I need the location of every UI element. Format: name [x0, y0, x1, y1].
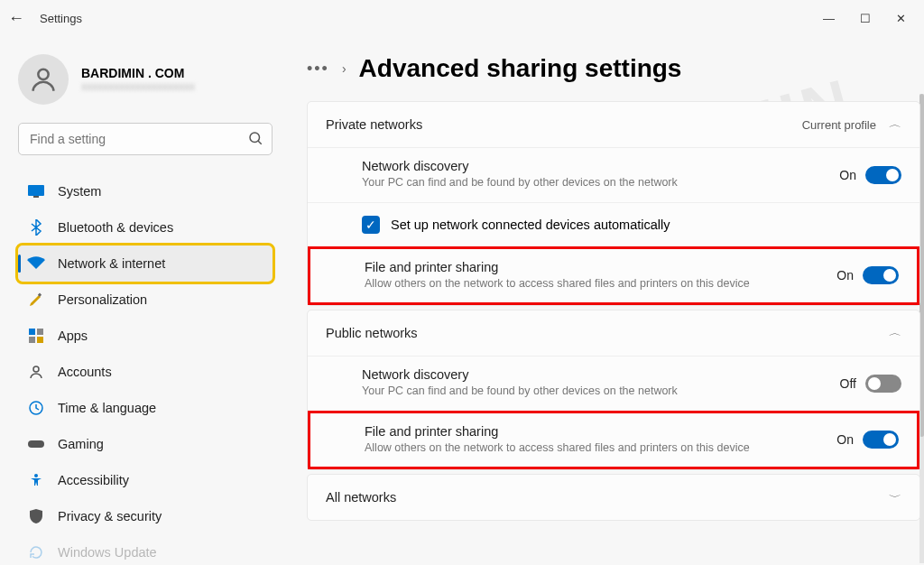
sidebar-item-label: Personalization: [58, 292, 147, 307]
svg-point-10: [33, 366, 39, 372]
monitor-icon: [27, 182, 45, 200]
page-title: Advanced sharing settings: [359, 54, 682, 83]
row-auto-setup: ✓ Set up network connected devices autom…: [308, 202, 919, 246]
chevron-up-icon: ︿: [889, 328, 901, 339]
window-title: Settings: [40, 12, 82, 25]
svg-point-13: [34, 474, 38, 477]
toggle-file-sharing-public[interactable]: [863, 431, 899, 449]
search-input[interactable]: [18, 123, 273, 155]
sidebar-item-label: Gaming: [58, 437, 104, 451]
svg-rect-9: [37, 337, 43, 343]
sidebar-item-label: Accessibility: [58, 473, 129, 487]
checkbox-label: Set up network connected devices automat…: [391, 218, 670, 232]
brush-icon: [27, 291, 45, 309]
nav-list: System Bluetooth & devices Network & int…: [18, 173, 273, 565]
svg-rect-3: [28, 185, 44, 196]
setting-title: Network discovery: [362, 159, 767, 173]
minimize-button[interactable]: —: [823, 12, 835, 25]
setting-title: Network discovery: [362, 367, 768, 382]
sidebar-item-label: Apps: [58, 329, 88, 343]
setting-desc: Your PC can find and be found by other d…: [362, 175, 767, 191]
sidebar-item-bluetooth[interactable]: Bluetooth & devices: [18, 209, 273, 245]
sidebar-item-label: System: [58, 184, 101, 199]
row-file-sharing-public: File and printer sharing Allow others on…: [308, 411, 919, 470]
setting-desc: Allow others on the network to access sh…: [365, 440, 764, 457]
titlebar: ← Settings — ☐ ✕: [0, 0, 924, 36]
apps-icon: [27, 327, 45, 345]
row-network-discovery-public: Network discovery Your PC can find and b…: [308, 356, 919, 411]
sidebar-item-update[interactable]: Windows Update: [18, 534, 273, 565]
section-title: Public networks: [326, 326, 418, 340]
accessibility-icon: [27, 471, 45, 489]
refresh-icon: [27, 543, 45, 561]
sidebar-item-label: Bluetooth & devices: [58, 220, 173, 235]
main-content: BARDIMIN ••• › Advanced sharing settings…: [287, 36, 924, 565]
sidebar-item-time[interactable]: Time & language: [18, 390, 273, 426]
sidebar-item-label: Windows Update: [58, 545, 157, 560]
search-icon: [247, 130, 263, 150]
toggle-network-discovery-public[interactable]: [865, 375, 901, 393]
section-all: All networks ︿: [307, 474, 920, 521]
sidebar-item-personalization[interactable]: Personalization: [18, 282, 273, 318]
profile-email: xxxxxxxxxxxxxxxxxxxxx: [81, 80, 195, 93]
sidebar-item-accessibility[interactable]: Accessibility: [18, 462, 273, 498]
setting-desc: Allow others on the network to access sh…: [365, 276, 764, 292]
profile[interactable]: BARDIMIN . COM xxxxxxxxxxxxxxxxxxxxx: [18, 54, 273, 105]
svg-point-0: [38, 69, 48, 79]
svg-rect-8: [29, 337, 35, 343]
section-header-public[interactable]: Public networks ︿: [308, 310, 919, 356]
toggle-state: On: [836, 268, 854, 282]
search-box[interactable]: [18, 123, 273, 155]
current-profile-badge: Current profile: [802, 118, 876, 132]
maximize-button[interactable]: ☐: [860, 12, 871, 25]
toggle-state: On: [836, 432, 854, 447]
bluetooth-icon: [27, 218, 45, 236]
toggle-state: Off: [840, 376, 856, 391]
profile-name: BARDIMIN . COM: [81, 66, 195, 80]
sidebar-item-accounts[interactable]: Accounts: [18, 354, 273, 390]
section-public: Public networks ︿ Network discovery Your…: [307, 310, 920, 470]
toggle-state: On: [839, 168, 856, 182]
sidebar-item-network[interactable]: Network & internet: [18, 245, 273, 282]
svg-rect-4: [33, 196, 39, 198]
section-title: Private networks: [326, 117, 422, 132]
sidebar-item-privacy[interactable]: Privacy & security: [18, 498, 273, 534]
back-button[interactable]: ←: [7, 9, 25, 28]
wifi-icon: [27, 255, 45, 273]
person-icon: [27, 363, 45, 381]
sidebar-item-label: Accounts: [58, 365, 112, 379]
checkbox-auto-setup[interactable]: ✓: [362, 216, 380, 234]
row-network-discovery-private: Network discovery Your PC can find and b…: [308, 147, 919, 202]
sidebar-item-label: Time & language: [58, 401, 156, 415]
row-file-sharing-private: File and printer sharing Allow others on…: [308, 246, 919, 306]
toggle-file-sharing-private[interactable]: [863, 266, 899, 284]
toggle-network-discovery-private[interactable]: [865, 166, 901, 184]
sidebar-item-gaming[interactable]: Gaming: [18, 426, 273, 462]
sidebar-item-apps[interactable]: Apps: [18, 318, 273, 354]
breadcrumb: ••• › Advanced sharing settings: [307, 54, 920, 83]
svg-line-2: [258, 141, 262, 144]
close-button[interactable]: ✕: [896, 12, 906, 25]
svg-rect-7: [37, 329, 43, 335]
avatar: [18, 54, 69, 105]
svg-rect-6: [29, 329, 35, 335]
more-icon[interactable]: •••: [307, 60, 329, 79]
chevron-up-icon: ︿: [889, 119, 901, 131]
section-header-private[interactable]: Private networks Current profile ︿: [308, 102, 919, 147]
sidebar-item-label: Privacy & security: [58, 509, 162, 523]
svg-point-1: [250, 133, 260, 143]
setting-title: File and printer sharing: [365, 424, 764, 439]
sidebar-item-system[interactable]: System: [18, 173, 273, 209]
sidebar-item-label: Network & internet: [58, 256, 165, 271]
chevron-right-icon: ›: [342, 61, 346, 76]
setting-desc: Your PC can find and be found by other d…: [362, 384, 768, 400]
chevron-down-icon: ︿: [889, 492, 901, 504]
sidebar: BARDIMIN . COM xxxxxxxxxxxxxxxxxxxxx Sys…: [0, 36, 287, 565]
section-header-all[interactable]: All networks ︿: [308, 475, 919, 520]
gamepad-icon: [27, 435, 45, 453]
shield-icon: [27, 507, 45, 525]
section-title: All networks: [326, 490, 396, 505]
svg-rect-12: [28, 440, 44, 448]
setting-title: File and printer sharing: [365, 260, 764, 274]
section-private: Private networks Current profile ︿ Netwo…: [307, 101, 920, 306]
